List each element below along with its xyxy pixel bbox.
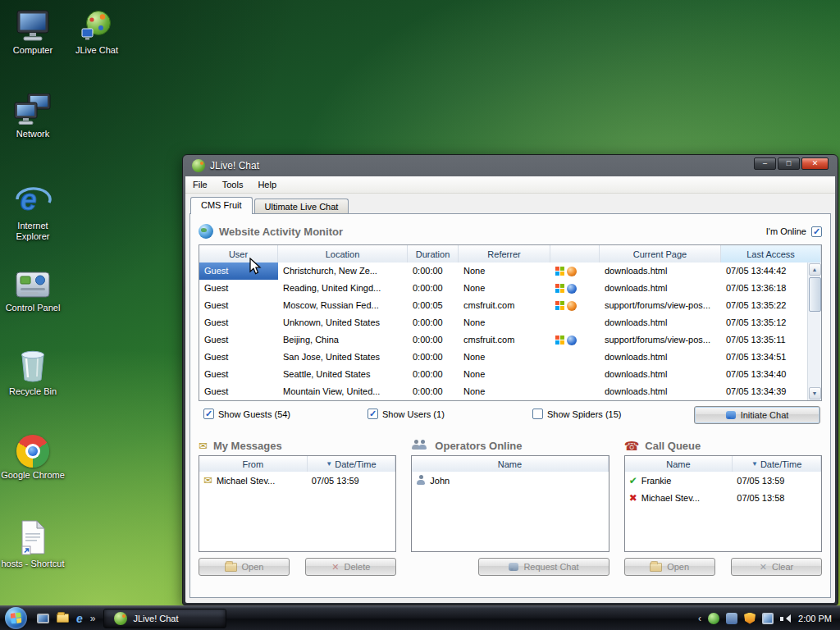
queue-row[interactable]: ✔Frankie 07/05 13:59 bbox=[625, 472, 821, 489]
desktop-icon-google-chrome[interactable]: Google Chrome bbox=[0, 430, 66, 481]
os-icon bbox=[555, 267, 564, 276]
desktop-icon-network[interactable]: Network bbox=[0, 89, 66, 139]
cell-location: Christchurch, New Ze... bbox=[278, 262, 408, 280]
cell-referrer: None bbox=[459, 383, 550, 400]
table-row[interactable]: Guest Unknown, United States 0:00:00 Non… bbox=[199, 314, 821, 331]
open-message-button[interactable]: Open bbox=[199, 558, 290, 576]
queue-name: Michael Stev... bbox=[641, 493, 700, 503]
desktop-icon-computer[interactable]: Computer bbox=[0, 5, 66, 56]
show-spiders-filter[interactable]: Show Spiders (15) bbox=[532, 409, 622, 419]
cell-user[interactable]: Guest bbox=[199, 280, 278, 297]
table-row[interactable]: Guest Christchurch, New Ze... 0:00:00 No… bbox=[199, 262, 821, 280]
table-row[interactable]: Guest Mountain View, United... 0:00:00 N… bbox=[199, 383, 821, 400]
message-row[interactable]: ✉Michael Stev... 07/05 13:59 bbox=[199, 472, 395, 489]
queue-row[interactable]: ✖Michael Stev... 07/05 13:58 bbox=[625, 489, 821, 506]
cell-user[interactable]: Guest bbox=[199, 314, 278, 331]
cell-user[interactable]: Guest bbox=[199, 262, 278, 280]
tray-collapse-icon[interactable]: ‹ bbox=[698, 613, 701, 624]
column-header-last-access[interactable]: Last Access bbox=[721, 245, 821, 262]
internet-explorer-quicklaunch-icon[interactable]: e bbox=[76, 612, 83, 625]
request-chat-button[interactable]: Request Chat bbox=[478, 558, 609, 576]
minimize-button[interactable]: – bbox=[754, 158, 776, 170]
column-header-user[interactable]: User bbox=[199, 245, 278, 262]
tray-volume-icon[interactable] bbox=[780, 614, 790, 623]
cell-user[interactable]: Guest bbox=[199, 366, 278, 383]
column-header-datetime[interactable]: ▼Date/Time bbox=[308, 456, 396, 472]
cell-current-page: downloads.html bbox=[600, 383, 721, 400]
cell-user[interactable]: Guest bbox=[199, 383, 278, 400]
quicklaunch-overflow-icon[interactable]: » bbox=[90, 613, 96, 624]
show-guests-checkbox[interactable]: ✓ bbox=[203, 409, 214, 419]
tray-network-icon[interactable] bbox=[762, 613, 774, 624]
cell-user[interactable]: Guest bbox=[199, 331, 278, 349]
start-button[interactable] bbox=[5, 607, 27, 629]
explorer-icon[interactable] bbox=[57, 614, 69, 623]
tray-security-shield-icon[interactable] bbox=[744, 613, 756, 624]
show-users-filter[interactable]: ✓ Show Users (1) bbox=[368, 409, 445, 419]
show-desktop-icon[interactable] bbox=[37, 614, 49, 623]
initiate-chat-button[interactable]: Initiate Chat bbox=[694, 406, 820, 424]
column-header-name[interactable]: Name bbox=[625, 456, 733, 472]
show-spiders-checkbox[interactable] bbox=[532, 409, 543, 419]
close-button[interactable]: ✕ bbox=[801, 158, 829, 170]
accepted-icon: ✔ bbox=[629, 476, 637, 486]
clear-queue-button[interactable]: ✕Clear bbox=[731, 558, 822, 576]
tray-messenger-icon[interactable] bbox=[708, 613, 719, 624]
cell-user[interactable]: Guest bbox=[199, 349, 278, 366]
menu-tools[interactable]: Tools bbox=[215, 177, 251, 192]
taskbar-clock[interactable]: 2:00 PM bbox=[798, 614, 832, 623]
folder-icon bbox=[225, 563, 237, 572]
scroll-up-button[interactable]: ▲ bbox=[809, 263, 821, 276]
os-icon bbox=[555, 301, 564, 310]
operator-row[interactable]: John bbox=[412, 472, 608, 489]
show-users-checkbox[interactable]: ✓ bbox=[368, 409, 378, 419]
cell-current-page: downloads.html bbox=[600, 349, 721, 366]
cell-location: San Jose, United States bbox=[278, 349, 408, 366]
delete-message-button[interactable]: ✕Delete bbox=[305, 558, 396, 576]
table-row[interactable]: Guest San Jose, United States 0:00:00 No… bbox=[199, 349, 821, 366]
sort-icon: ▼ bbox=[326, 461, 332, 468]
column-header-icons[interactable] bbox=[550, 245, 600, 262]
column-header-datetime[interactable]: ▼Date/Time bbox=[733, 456, 821, 472]
cell-icons bbox=[550, 383, 600, 400]
table-row[interactable]: Guest Seattle, United States 0:00:00 Non… bbox=[199, 366, 821, 383]
table-row[interactable]: Guest Reading, United Kingd... 0:00:00 N… bbox=[199, 280, 821, 297]
table-row[interactable]: Guest Moscow, Russian Fed... 0:00:05 cms… bbox=[199, 297, 821, 314]
filter-row: ✓ Show Guests (54) ✓ Show Users (1) Show… bbox=[199, 406, 822, 426]
column-header-referrer[interactable]: Referrer bbox=[459, 245, 550, 262]
scroll-down-button[interactable]: ▼ bbox=[809, 387, 821, 399]
taskbar-task-jlive-chat[interactable]: JLive! Chat bbox=[103, 609, 226, 628]
desktop-icon-hosts-shortcut[interactable]: hosts - Shortcut bbox=[0, 518, 66, 569]
cell-duration: 0:00:00 bbox=[408, 366, 459, 383]
desktop-icon-jlive-chat[interactable]: JLive Chat bbox=[64, 5, 130, 56]
column-header-current-page[interactable]: Current Page bbox=[600, 245, 721, 262]
control-panel-icon bbox=[16, 262, 50, 300]
task-label: JLive! Chat bbox=[133, 614, 178, 623]
cell-user[interactable]: Guest bbox=[199, 297, 278, 314]
desktop-icon-control-panel[interactable]: Control Panel bbox=[0, 262, 66, 313]
column-header-name[interactable]: Name bbox=[412, 456, 608, 472]
titlebar[interactable]: JLive! Chat – □ ✕ bbox=[185, 155, 835, 176]
cell-duration: 0:00:00 bbox=[408, 331, 459, 349]
column-header-location[interactable]: Location bbox=[278, 245, 408, 262]
menu-file[interactable]: File bbox=[185, 177, 215, 192]
show-guests-filter[interactable]: ✓ Show Guests (54) bbox=[203, 409, 290, 419]
im-online-checkbox[interactable]: ✓ bbox=[811, 226, 822, 237]
cell-last-access: 07/05 13:44:42 bbox=[721, 262, 821, 280]
my-messages-panel: ✉ My Messages From ▼Date/Time ✉Michael S… bbox=[199, 436, 396, 576]
column-header-duration[interactable]: Duration bbox=[408, 245, 459, 262]
maximize-button[interactable]: □ bbox=[778, 158, 800, 170]
message-datetime: 07/05 13:59 bbox=[308, 476, 396, 486]
vertical-scrollbar[interactable]: ▲ ▼ bbox=[807, 262, 821, 400]
desktop-icon-internet-explorer[interactable]: e Internet Explorer bbox=[0, 180, 66, 242]
call-queue-icon: ☎ bbox=[624, 440, 640, 452]
open-call-button[interactable]: Open bbox=[624, 558, 715, 576]
scrollbar-thumb[interactable] bbox=[809, 277, 821, 312]
tab-cms-fruit[interactable]: CMS Fruit bbox=[190, 197, 253, 214]
menu-help[interactable]: Help bbox=[250, 177, 284, 192]
tray-update-icon[interactable] bbox=[726, 613, 737, 624]
column-header-from[interactable]: From bbox=[199, 456, 308, 472]
table-row[interactable]: Guest Beijing, China 0:00:00 cmsfruit.co… bbox=[199, 331, 821, 349]
tab-ultimate-live-chat[interactable]: Ultimate Live Chat bbox=[254, 199, 349, 213]
desktop-icon-recycle-bin[interactable]: Recycle Bin bbox=[0, 346, 66, 397]
